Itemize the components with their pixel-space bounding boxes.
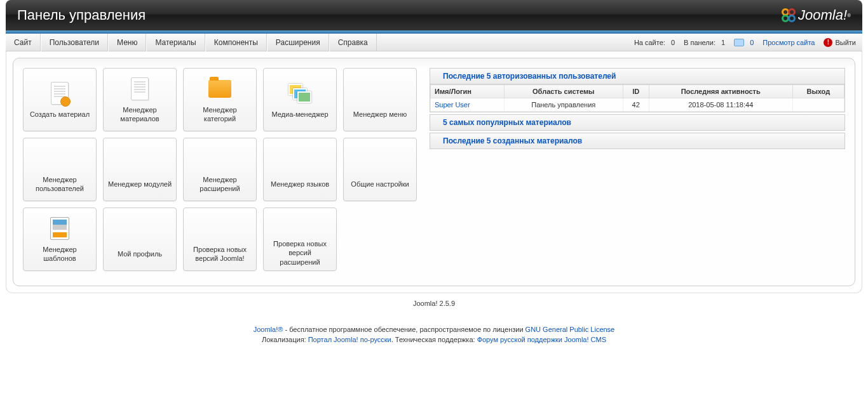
quickicon-add-article[interactable]: Создать материал [23,68,97,131]
template-manager-icon [47,216,72,241]
quickicon-label: Менеджер расширений [187,175,252,194]
admin-count: В панели: 1 [684,39,725,46]
panel-header-logged[interactable]: Последние 5 авторизованных пользователей [430,69,844,84]
support-forum-link[interactable]: Форум русской поддержки Joomla! CMS [477,336,606,343]
col-name: Имя/Логин [431,85,505,98]
version-text: Joomla! 2.5.9 [6,300,862,307]
quickicon-label: Менеджер категорий [187,105,252,124]
quickicon-language-manager[interactable]: Менеджер языков [263,138,337,201]
main-menu: Сайт Пользователи Меню Материалы Компоне… [6,34,377,51]
category-manager-icon [207,76,233,102]
user-link[interactable]: Super User [435,101,470,109]
quickicon-extension-manager[interactable]: Менеджер расширений [183,138,257,201]
locale-link[interactable]: Портал Joomla! по-русски [308,336,391,343]
quickicon-label: Менеджер пользователей [27,175,92,194]
module-manager-icon [127,150,153,176]
menu-users[interactable]: Пользователи [41,34,108,51]
svg-point-3 [789,16,795,22]
content-area: Создать материалМенеджер материаловМенед… [6,51,862,293]
my-profile-icon [127,220,153,246]
panel-popular: 5 самых популярных материалов [430,114,845,131]
status-bar: На сайте: 0 В панели: 1 0 Просмотр сайта… [634,34,856,51]
quickicon-joomla-update[interactable]: Проверка новых версий Joomla! [183,208,257,271]
col-id: ID [623,85,649,98]
global-config-icon [367,150,393,176]
joomla-icon [780,7,797,23]
quickicon-extensions-update[interactable]: Проверка новых версий расширений [263,208,337,271]
footer: Joomla!® - бесплатное программное обеспе… [6,314,862,355]
col-area: Область системы [505,85,623,98]
header: Панель управления Joomla!® [6,0,862,30]
cell-area: Панель управления [505,98,623,112]
menu-manager-icon [367,81,393,106]
col-activity: Последняя активность [649,85,792,98]
add-article-icon [47,81,72,106]
quickicon-label: Менеджер языков [271,180,329,188]
quickicon-menu-manager[interactable]: Менеджер меню [343,68,417,131]
quickicon-label: Менеджер шаблонов [27,245,92,263]
menubar: Сайт Пользователи Меню Материалы Компоне… [6,34,862,51]
quickicon-label: Создать материал [30,110,90,119]
table-row: Super User Панель управления 42 2018-05-… [431,98,844,112]
quickicon-label: Проверка новых версий Joomla! [187,245,252,263]
brand-text: Joomla! [798,7,847,23]
quickicon-template-manager[interactable]: Менеджер шаблонов [23,208,97,271]
messages-count[interactable]: 0 [734,39,754,46]
menu-content[interactable]: Материалы [146,34,205,51]
gpl-link[interactable]: GNU General Public License [526,326,615,333]
quickicon-label: Мой профиль [118,249,162,258]
quickicon-label: Менеджер материалов [107,105,172,124]
visitors-count: На сайте: 0 [634,39,675,46]
quickicon-global-config[interactable]: Общие настройки [343,138,417,201]
panel-header-popular[interactable]: 5 самых популярных материалов [430,115,844,130]
language-manager-icon [287,150,313,176]
quickicon-article-manager[interactable]: Менеджер материалов [103,68,177,131]
user-manager-icon [47,146,72,171]
cell-id: 42 [623,98,649,112]
joomla-update-icon [207,216,233,241]
menu-help[interactable]: Справка [329,34,377,51]
article-manager-icon [127,76,153,102]
menu-components[interactable]: Компоненты [205,34,267,51]
quickicon-label: Общие настройки [351,180,409,188]
logout-link[interactable]: !Выйти [824,38,856,47]
quickicon-label: Медиа-менеджер [271,110,328,119]
menu-extensions[interactable]: Расширения [267,34,329,51]
quickicon-label: Менеджер модулей [108,180,172,188]
joomla-link[interactable]: Joomla!® [254,326,283,333]
menu-site[interactable]: Сайт [6,34,41,51]
quickicon-my-profile[interactable]: Мой профиль [103,208,177,271]
logout-icon: ! [824,38,832,47]
page-title: Панель управления [17,7,146,23]
side-panels: Последние 5 авторизованных пользователей… [430,68,845,276]
cell-activity: 2018-05-08 11:18:44 [649,98,792,112]
panel-recent: Последние 5 созданных материалов [430,133,845,149]
logged-in-table: Имя/Логин Область системы ID Последняя а… [430,84,844,112]
panel-logged-in-users: Последние 5 авторизованных пользователей… [430,68,845,112]
extensions-update-icon [287,212,313,235]
quickicon-category-manager[interactable]: Менеджер категорий [183,68,257,131]
quickicon-label: Менеджер меню [353,110,407,119]
quickicon-module-manager[interactable]: Менеджер модулей [103,138,177,201]
view-site-link[interactable]: Просмотр сайта [763,39,815,46]
menu-menus[interactable]: Меню [108,34,146,51]
quickicon-user-manager[interactable]: Менеджер пользователей [23,138,97,201]
message-icon [734,39,744,46]
cell-logout [792,98,844,112]
col-logout: Выход [792,85,844,98]
quickicon-media-manager[interactable]: Медиа-менеджер [263,68,337,131]
svg-point-2 [783,16,789,22]
svg-point-0 [783,10,789,15]
panel-header-recent[interactable]: Последние 5 созданных материалов [430,133,844,149]
media-manager-icon [287,81,313,106]
svg-point-1 [789,10,795,15]
quickicon-grid: Создать материалМенеджер материаловМенед… [23,68,417,276]
joomla-logo: Joomla!® [780,7,851,23]
quickicon-label: Проверка новых версий расширений [268,239,332,267]
extension-manager-icon [207,146,233,171]
